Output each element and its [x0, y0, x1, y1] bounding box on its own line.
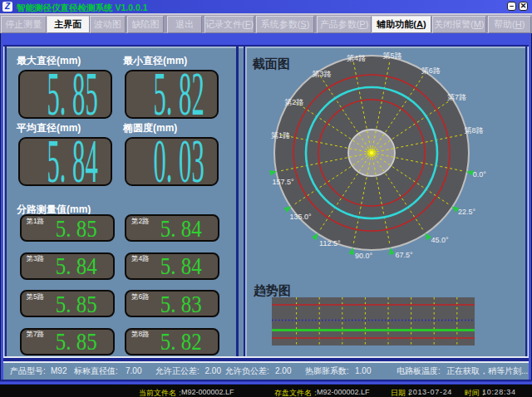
- svg-text:第8路: 第8路: [464, 126, 483, 135]
- svg-text:第3路: 第3路: [313, 70, 332, 78]
- svg-text:157.5°: 157.5°: [273, 178, 295, 186]
- svg-text:第5路: 第5路: [383, 51, 402, 60]
- svg-text:135.0°: 135.0°: [290, 213, 313, 221]
- svg-text:第4路: 第4路: [347, 54, 366, 62]
- svg-text:45.0°: 45.0°: [431, 236, 450, 244]
- svg-text:22.5°: 22.5°: [458, 208, 476, 216]
- svg-text:第1路: 第1路: [271, 131, 290, 140]
- svg-text:第2路: 第2路: [284, 98, 303, 106]
- svg-text:第6路: 第6路: [421, 66, 441, 75]
- svg-text:第7路: 第7路: [447, 93, 466, 101]
- svg-text:67.5°: 67.5°: [396, 251, 414, 259]
- svg-text:112.5°: 112.5°: [319, 239, 341, 248]
- svg-text:90.0°: 90.0°: [355, 252, 373, 260]
- svg-text:0.0°: 0.0°: [473, 170, 487, 179]
